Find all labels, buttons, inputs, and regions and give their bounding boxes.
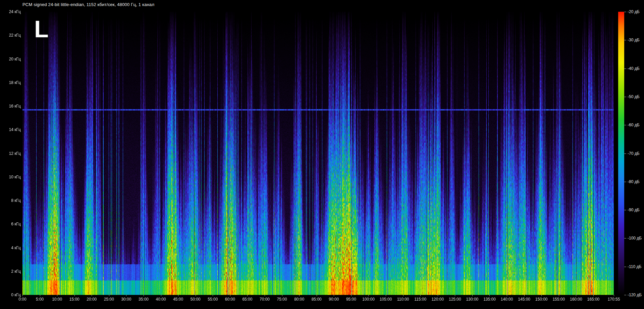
time-tick (489, 295, 490, 296)
db-tick-label: -100 дБ (628, 236, 642, 240)
time-tick (317, 295, 317, 296)
freq-tick-label: 20 кГц (0, 57, 21, 61)
time-tick (282, 295, 282, 296)
freq-tick-label: 12 кГц (0, 151, 21, 156)
freq-tick-label: 8 кГц (0, 198, 21, 203)
freq-tick-label: 6 кГц (0, 222, 21, 226)
freq-tick-label: 2 кГц (0, 269, 21, 274)
time-tick (576, 295, 576, 296)
time-tick (247, 295, 248, 296)
db-tick (624, 182, 626, 182)
time-tick-label: 170:55 (604, 297, 624, 302)
time-tick (368, 295, 369, 296)
freq-tick-label: 4 кГц (0, 246, 21, 250)
time-tick (126, 295, 126, 296)
db-tick (624, 12, 626, 12)
db-tick-label: -60 дБ (628, 123, 640, 127)
spek-window: PCM signed 24-bit little-endian, 1152 кб… (0, 0, 644, 309)
freq-tick-label: 0 кГц (0, 293, 21, 297)
db-tick-label: -50 дБ (628, 94, 640, 99)
audio-format-title: PCM signed 24-bit little-endian, 1152 кб… (22, 2, 154, 7)
time-tick (299, 295, 300, 296)
freq-tick-label: 22 кГц (0, 33, 21, 38)
db-tick (624, 125, 626, 125)
time-tick (230, 295, 230, 296)
db-tick (624, 210, 626, 210)
time-tick (265, 295, 265, 296)
db-tick (624, 295, 626, 295)
time-tick (144, 295, 144, 296)
time-tick (438, 295, 438, 296)
db-tick-label: -120 дБ (628, 293, 642, 297)
db-tick (624, 40, 626, 40)
time-tick (455, 295, 455, 296)
db-colorbar (618, 12, 624, 295)
time-tick (593, 295, 594, 296)
time-tick (351, 295, 352, 296)
db-tick (624, 238, 626, 238)
time-tick (334, 295, 334, 296)
time-tick (614, 295, 614, 296)
time-tick (178, 295, 178, 296)
freq-tick-label: 18 кГц (0, 80, 21, 85)
db-tick (624, 267, 626, 267)
db-tick (624, 97, 626, 97)
time-tick-label: 165:00 (583, 297, 603, 302)
freq-tick-label: 14 кГц (0, 127, 21, 132)
time-tick (524, 295, 525, 296)
time-tick (161, 295, 161, 296)
freq-tick-label: 10 кГц (0, 175, 21, 179)
time-tick (386, 295, 386, 296)
time-tick (92, 295, 92, 296)
db-tick (624, 153, 626, 154)
channel-label: L (34, 17, 49, 41)
spectrogram-canvas (22, 12, 614, 295)
db-tick-label: -90 дБ (628, 208, 640, 212)
time-tick (40, 295, 40, 296)
db-tick-label: -30 дБ (628, 38, 640, 42)
time-tick (22, 295, 23, 296)
time-tick (472, 295, 473, 296)
time-tick (74, 295, 75, 296)
time-tick (196, 295, 196, 296)
time-tick (57, 295, 57, 296)
time-tick (109, 295, 109, 296)
db-tick-label: -110 дБ (628, 264, 641, 269)
time-tick (541, 295, 542, 296)
db-tick-label: -80 дБ (628, 179, 640, 184)
db-tick (624, 69, 626, 69)
db-tick-label: -70 дБ (628, 151, 640, 156)
time-tick (213, 295, 213, 296)
time-tick (403, 295, 404, 296)
freq-tick-label: 24 кГц (0, 9, 21, 14)
db-tick-label: -40 дБ (628, 66, 640, 71)
time-tick (507, 295, 507, 296)
time-tick (420, 295, 421, 296)
db-tick-label: -20 дБ (628, 9, 640, 14)
time-tick (559, 295, 559, 296)
freq-tick-label: 16 кГц (0, 104, 21, 108)
